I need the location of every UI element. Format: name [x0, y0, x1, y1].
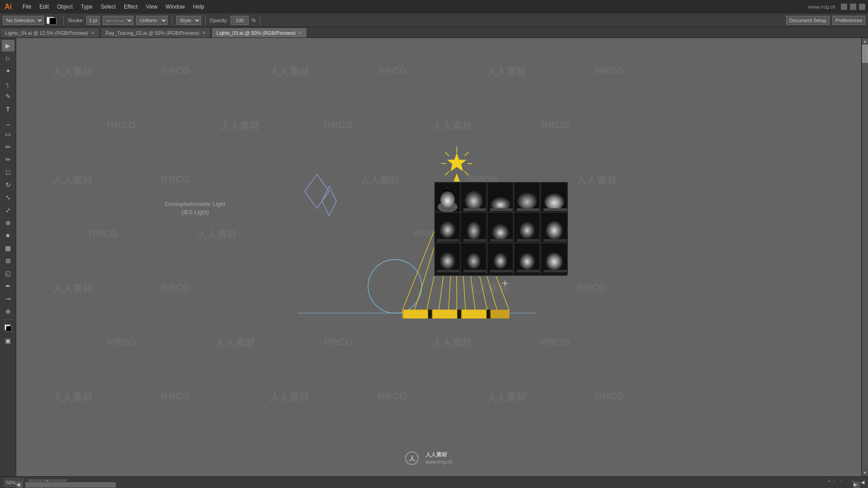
svg-point-32 [439, 220, 456, 238]
circle-light [368, 259, 422, 313]
scroll-up-btn[interactable]: ▲ [862, 38, 868, 45]
hscroll-right-btn[interactable]: ▶ [854, 482, 860, 488]
svg-rect-39 [490, 239, 513, 242]
fill-stroke-indicator[interactable] [47, 16, 59, 25]
tool-paintbrush[interactable]: ✏ [2, 141, 14, 153]
tool-rotate[interactable]: ↻ [2, 179, 14, 191]
tool-measure[interactable]: ⊸ [2, 293, 14, 305]
tool-magic-wand[interactable]: ✦ [2, 65, 14, 77]
preferences-btn[interactable]: Preferences [832, 16, 865, 25]
menu-select[interactable]: Select [97, 2, 119, 12]
h-scrollbar[interactable]: ◀ ▶ [16, 482, 860, 488]
uniform-dropdown[interactable]: Uniform [136, 16, 168, 25]
window-close[interactable] [859, 4, 865, 10]
selection-dropdown[interactable]: No Selection [3, 16, 44, 25]
tab-lights04[interactable]: Lights_04.ai @ 12.5% (RGB/Preview) ✕ [0, 28, 99, 38]
svg-rect-33 [437, 239, 459, 242]
svg-rect-51 [463, 270, 486, 272]
menu-help[interactable]: Help [189, 2, 208, 12]
svg-rect-45 [543, 239, 567, 242]
scroll-arrow[interactable]: ◀ [861, 479, 864, 485]
tool-symbol[interactable]: ★ [2, 230, 14, 241]
tool-screen-mode[interactable]: ▣ [2, 335, 14, 347]
stroke-type-dropdown[interactable]: — — — [103, 16, 133, 25]
opacity-input[interactable] [231, 16, 249, 25]
tool-fill[interactable] [2, 322, 14, 334]
tool-eraser[interactable]: ◻ [2, 166, 14, 178]
hscroll-left-btn[interactable]: ◀ [16, 482, 23, 488]
menu-file[interactable]: File [19, 2, 35, 12]
svg-rect-42 [517, 239, 539, 242]
tool-zoom[interactable]: ⊕ [2, 305, 14, 317]
tool-blend[interactable]: ⊗ [2, 217, 14, 229]
svg-point-53 [493, 252, 508, 269]
document-setup-btn[interactable]: Document Setup [786, 16, 830, 25]
menu-type[interactable]: Type [77, 2, 96, 12]
svg-point-59 [545, 251, 563, 270]
scroll-thumb[interactable] [862, 45, 868, 63]
scroll-down-btn[interactable]: ▼ [862, 469, 868, 476]
svg-rect-57 [517, 270, 539, 272]
svg-point-29 [544, 192, 564, 210]
tool-direct-select[interactable]: ▷ [2, 52, 14, 64]
tab-close-1[interactable]: ✕ [202, 30, 206, 35]
base-bar-light-2 [433, 310, 458, 318]
toolbox: ▶ ▷ ✦ ┐ ✎ T ⎯ ▭ ✏ ✏ ◻ ↻ ⤡ ⤢ ⊗ ★ ▦ ⊞ ◱ ✒ … [0, 38, 16, 476]
svg-point-50 [467, 252, 481, 269]
tab-close-0[interactable]: ✕ [91, 30, 94, 35]
sep1 [63, 16, 64, 25]
style-dropdown[interactable]: Style: [176, 16, 201, 25]
sep4 [260, 16, 260, 25]
ies-label: Goniophotometric Light [165, 201, 226, 207]
canvas-area[interactable]: 人人素材 RRCG 人人素材 RRCG 人人素材 RRCG RRCG 人人素材 … [16, 38, 861, 476]
tool-lasso[interactable]: ┐ [2, 78, 14, 89]
document-tabs: Lights_04.ai @ 12.5% (RGB/Preview) ✕ Ray… [0, 27, 868, 38]
tool-pen[interactable]: ✎ [2, 90, 14, 102]
tool-scale[interactable]: ⤡ [2, 192, 14, 203]
tool-select[interactable]: ▶ [2, 40, 14, 52]
svg-rect-60 [543, 270, 567, 272]
scroll-track[interactable] [862, 45, 868, 469]
menu-window[interactable]: Window [162, 2, 189, 12]
svg-point-23 [490, 194, 511, 211]
tool-warp[interactable]: ⤢ [2, 204, 14, 216]
svg-rect-48 [437, 270, 459, 272]
tool-mesh[interactable]: ⊞ [2, 255, 14, 267]
base-divider-1 [428, 310, 432, 318]
svg-rect-36 [463, 239, 486, 242]
tool-gradient[interactable]: ◱ [2, 267, 14, 279]
sep3 [205, 16, 206, 25]
base-divider-2 [457, 310, 461, 318]
tab-close-2[interactable]: ✕ [298, 30, 302, 35]
base-bar-light-3 [462, 310, 486, 318]
stroke-input[interactable] [86, 16, 100, 25]
svg-text:人人素材: 人人素材 [425, 451, 448, 458]
menu-edit[interactable]: Edit [36, 2, 52, 12]
menu-effect[interactable]: Effect [120, 2, 141, 12]
svg-point-47 [439, 251, 456, 269]
tool-pencil[interactable]: ✏ [2, 154, 14, 165]
hscroll-thumb[interactable] [25, 482, 116, 488]
app-logo: Ai [2, 3, 14, 11]
base-divider-3 [486, 310, 491, 318]
tool-type[interactable]: T [2, 103, 14, 115]
tool-line[interactable]: ⎯ [2, 116, 14, 127]
window-minimize[interactable] [841, 4, 847, 10]
svg-line-7 [445, 152, 449, 156]
menu-object[interactable]: Object [53, 2, 76, 12]
menu-view[interactable]: View [142, 2, 161, 12]
tool-eyedropper[interactable]: ✒ [2, 280, 14, 292]
svg-point-35 [467, 220, 481, 240]
svg-rect-24 [490, 208, 513, 211]
opacity-label: Opacity: [210, 18, 228, 23]
tab-raytracing[interactable]: Ray_Tracing_02.ai @ 50% (RGB/Preview) ✕ [100, 28, 211, 38]
tool-column-graph[interactable]: ▦ [2, 242, 14, 254]
right-scrollbar[interactable]: ▲ ▼ [861, 38, 868, 476]
svg-point-56 [519, 252, 535, 270]
percent-sign: % [251, 18, 256, 23]
star-top [441, 146, 472, 179]
ies-sublabel: (IES Light) [181, 209, 209, 216]
tab-lights03[interactable]: Lights_03.ai @ 50% (RGB/Preview) ✕ [212, 28, 307, 38]
window-maximize[interactable] [850, 4, 856, 10]
tool-rectangle[interactable]: ▭ [2, 128, 14, 140]
